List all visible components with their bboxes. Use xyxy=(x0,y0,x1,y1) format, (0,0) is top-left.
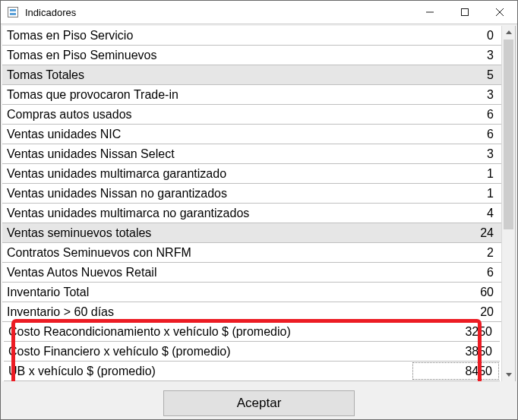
row-label: Tomas en Piso Seminuevos xyxy=(2,46,413,65)
row-value[interactable]: 1 xyxy=(413,184,501,203)
accept-button-label: Aceptar xyxy=(237,396,282,411)
row-label: Contratos Seminuevos con NRFM xyxy=(2,243,413,262)
table-row[interactable]: Tomas Totales5 xyxy=(2,65,501,85)
table-row[interactable]: Contratos Seminuevos con NRFM2 xyxy=(2,243,501,263)
row-value[interactable]: 3850 xyxy=(412,342,500,361)
row-value[interactable]: 3 xyxy=(413,85,501,104)
row-label: Inventario Total xyxy=(2,283,413,302)
row-label: Compras autos usados xyxy=(2,105,413,124)
table-row[interactable]: Ventas unidades Nissan Select3 xyxy=(2,144,501,164)
row-label: Ventas unidades multimarca no garantizad… xyxy=(2,204,413,223)
svg-marker-7 xyxy=(506,30,512,34)
row-value[interactable]: 4 xyxy=(413,204,501,223)
row-value[interactable]: 5 xyxy=(413,65,501,84)
table-row[interactable]: Costo Reacondicionamiento x vehículo $ (… xyxy=(4,322,500,342)
window-frame: Indicadores Tomas en Piso Servicio0Tomas… xyxy=(0,0,518,420)
svg-rect-1 xyxy=(10,9,16,11)
svg-line-5 xyxy=(496,8,504,16)
table-row[interactable]: Inventario Total60 xyxy=(2,283,501,302)
table-row[interactable]: Compras autos usados6 xyxy=(2,105,501,125)
scroll-up-button[interactable] xyxy=(502,26,515,39)
row-value[interactable]: 24 xyxy=(413,223,501,242)
row-label: Ventas seminuevos totales xyxy=(2,223,413,242)
scroll-thumb[interactable] xyxy=(504,39,513,229)
svg-line-6 xyxy=(496,8,504,16)
window-title: Indicadores xyxy=(25,7,412,18)
highlighted-rows[interactable]: Costo Reacondicionamiento x vehículo $ (… xyxy=(4,322,500,381)
minimize-button[interactable] xyxy=(412,1,447,24)
row-value[interactable]: 3 xyxy=(413,46,501,65)
data-grid[interactable]: Tomas en Piso Servicio0Tomas en Piso Sem… xyxy=(2,26,501,322)
row-value[interactable]: 0 xyxy=(413,26,501,45)
row-value[interactable]: 3250 xyxy=(412,322,500,341)
app-icon xyxy=(5,6,21,18)
svg-rect-0 xyxy=(8,8,18,17)
row-label: Tomas que provocaron Trade-in xyxy=(2,85,413,104)
close-button[interactable] xyxy=(482,1,517,24)
table-row[interactable]: Ventas unidades NIC6 xyxy=(2,125,501,144)
row-value[interactable]: 6 xyxy=(413,263,501,282)
svg-rect-4 xyxy=(462,9,469,16)
client-area: Tomas en Piso Servicio0Tomas en Piso Sem… xyxy=(1,24,517,419)
svg-marker-8 xyxy=(506,373,512,377)
row-label: Costo Reacondicionamiento x vehículo $ (… xyxy=(4,322,412,341)
row-value[interactable]: 8450 xyxy=(412,362,500,381)
dialog-footer: Aceptar xyxy=(1,383,517,419)
data-grid-container: Tomas en Piso Servicio0Tomas en Piso Sem… xyxy=(2,26,516,381)
row-label: Costo Financiero x vehículo $ (promedio) xyxy=(4,342,412,361)
table-row[interactable]: Tomas que provocaron Trade-in3 xyxy=(2,85,501,105)
row-label: Ventas Autos Nuevos Retail xyxy=(2,263,413,282)
vertical-scrollbar[interactable] xyxy=(501,26,515,381)
svg-rect-2 xyxy=(10,13,16,15)
row-value[interactable]: 60 xyxy=(413,283,501,302)
scroll-down-button[interactable] xyxy=(502,368,515,381)
table-row[interactable]: Ventas unidades multimarca no garantizad… xyxy=(2,204,501,223)
table-row[interactable]: Tomas en Piso Seminuevos3 xyxy=(2,46,501,65)
table-row[interactable]: Ventas unidades multimarca garantizado1 xyxy=(2,164,501,184)
table-row[interactable]: Tomas en Piso Servicio0 xyxy=(2,26,501,46)
row-value[interactable]: 3 xyxy=(413,144,501,163)
data-grid-viewport: Tomas en Piso Servicio0Tomas en Piso Sem… xyxy=(2,26,501,381)
row-value[interactable]: 6 xyxy=(413,125,501,144)
table-row[interactable]: Inventario > 60 días20 xyxy=(2,302,501,322)
row-value[interactable]: 2 xyxy=(413,243,501,262)
table-row[interactable]: Ventas Autos Nuevos Retail6 xyxy=(2,263,501,283)
table-row[interactable]: Ventas unidades Nissan no garantizados1 xyxy=(2,184,501,204)
table-row[interactable]: UB x vehículo $ (promedio)8450 xyxy=(4,362,500,381)
row-label: UB x vehículo $ (promedio) xyxy=(4,362,412,381)
table-row[interactable]: Ventas seminuevos totales24 xyxy=(2,223,501,243)
row-label: Inventario > 60 días xyxy=(2,302,413,321)
row-value[interactable]: 1 xyxy=(413,164,501,183)
table-row[interactable]: Costo Financiero x vehículo $ (promedio)… xyxy=(4,342,500,362)
row-value[interactable]: 6 xyxy=(413,105,501,124)
titlebar[interactable]: Indicadores xyxy=(1,1,517,24)
row-label: Ventas unidades Nissan no garantizados xyxy=(2,184,413,203)
highlighted-section: Costo Reacondicionamiento x vehículo $ (… xyxy=(4,322,500,381)
maximize-button[interactable] xyxy=(447,1,482,24)
row-value[interactable]: 20 xyxy=(413,302,501,321)
row-label: Ventas unidades Nissan Select xyxy=(2,144,413,163)
row-label: Tomas en Piso Servicio xyxy=(2,26,413,45)
row-label: Ventas unidades multimarca garantizado xyxy=(2,164,413,183)
row-label: Tomas Totales xyxy=(2,65,413,84)
accept-button[interactable]: Aceptar xyxy=(163,390,355,416)
row-label: Ventas unidades NIC xyxy=(2,125,413,144)
